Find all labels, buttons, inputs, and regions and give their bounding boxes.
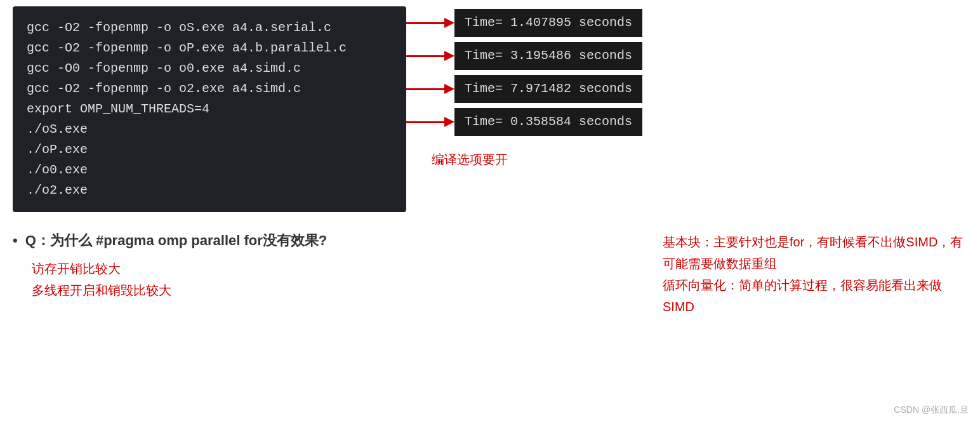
- arrow-1: [406, 18, 454, 28]
- result-box-1: Time= 1.407895 seconds: [454, 9, 642, 37]
- arrow-row-2: Time= 3.195486 seconds: [406, 39, 642, 72]
- sub-answers: 访存开销比较大 多线程开启和销毁比较大: [32, 258, 625, 301]
- right-text-content: 基本块：主要针对也是for，有时候看不出做SIMD，有可能需要做数据重组循环向量…: [663, 235, 963, 314]
- arrow-row-3: Time= 7.971482 seconds: [406, 72, 642, 105]
- result-box-2: Time= 3.195486 seconds: [454, 42, 642, 70]
- sub-answer-2: 多线程开启和销毁比较大: [32, 279, 625, 301]
- arrow-shaft-1: [406, 22, 444, 24]
- right-bottom: 基本块：主要针对也是for，有时候看不出做SIMD，有可能需要做数据重组循环向量…: [663, 231, 967, 317]
- question-line: • Q：为什么 #pragma omp parallel for没有效果?: [13, 231, 625, 250]
- watermark: CSDN @张西瓜.旦: [894, 404, 969, 416]
- arrow-row-4: Time= 0.358584 seconds: [406, 105, 642, 138]
- terminal-block: gcc -O2 -fopenmp -o oS.exe a4.a.serial.c…: [13, 6, 406, 212]
- bullet-icon: •: [13, 232, 18, 249]
- terminal-line-8: ./o0.exe: [27, 160, 392, 180]
- arrow-shaft-4: [406, 121, 444, 123]
- terminal-line-5: export OMP_NUM_THREADS=4: [27, 99, 392, 119]
- question-text: Q：为什么 #pragma omp parallel for没有效果?: [25, 231, 328, 250]
- result-box-3: Time= 7.971482 seconds: [454, 75, 642, 103]
- right-text: 基本块：主要针对也是for，有时候看不出做SIMD，有可能需要做数据重组循环向量…: [663, 231, 967, 317]
- arrow-head-1: [444, 18, 454, 28]
- arrow-head-4: [444, 117, 454, 127]
- terminal-line-1: gcc -O2 -fopenmp -o oS.exe a4.a.serial.c: [27, 18, 392, 38]
- main-container: gcc -O2 -fopenmp -o oS.exe a4.a.serial.c…: [0, 0, 980, 421]
- result-box-4: Time= 0.358584 seconds: [454, 108, 642, 136]
- terminal-line-4: gcc -O2 -fopenmp -o o2.exe a4.simd.c: [27, 79, 392, 99]
- terminal-line-9: ./o2.exe: [27, 180, 392, 201]
- arrows-results-area: Time= 1.407895 seconds Time= 3.195486 se…: [406, 6, 642, 168]
- arrow-shaft-3: [406, 88, 444, 90]
- arrow-2: [406, 51, 454, 61]
- terminal-line-3: gcc -O0 -fopenmp -o o0.exe a4.simd.c: [27, 58, 392, 79]
- annotation-text: 编译选项要开: [432, 151, 642, 168]
- terminal-line-2: gcc -O2 -fopenmp -o oP.exe a4.b.parallel…: [27, 38, 392, 58]
- left-bottom: • Q：为什么 #pragma omp parallel for没有效果? 访存…: [13, 231, 625, 317]
- arrow-4: [406, 117, 454, 127]
- bottom-section: • Q：为什么 #pragma omp parallel for没有效果? 访存…: [13, 231, 967, 317]
- arrow-row-1: Time= 1.407895 seconds: [406, 6, 642, 39]
- top-section: gcc -O2 -fopenmp -o oS.exe a4.a.serial.c…: [13, 6, 967, 212]
- terminal-line-6: ./oS.exe: [27, 119, 392, 140]
- arrow-shaft-2: [406, 55, 444, 57]
- terminal-line-7: ./oP.exe: [27, 140, 392, 160]
- arrow-head-3: [444, 84, 454, 94]
- arrow-3: [406, 84, 454, 94]
- arrow-head-2: [444, 51, 454, 61]
- sub-answer-1: 访存开销比较大: [32, 258, 625, 279]
